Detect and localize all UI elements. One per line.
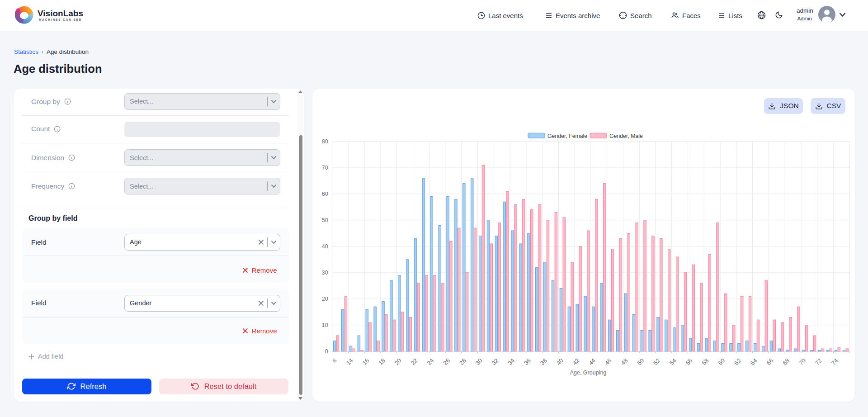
svg-text:24: 24: [426, 357, 435, 366]
svg-text:28: 28: [458, 357, 467, 366]
svg-text:52: 52: [652, 357, 661, 366]
svg-text:18: 18: [377, 357, 387, 366]
svg-text:22: 22: [410, 357, 419, 366]
svg-text:Age, Grouping: Age, Grouping: [570, 370, 607, 376]
svg-text:10: 10: [322, 322, 328, 328]
svg-text:64: 64: [749, 357, 759, 366]
svg-text:50: 50: [322, 217, 328, 223]
svg-text:60: 60: [717, 357, 726, 366]
svg-text:Gender, Male: Gender, Male: [609, 133, 643, 139]
svg-text:60: 60: [322, 191, 328, 197]
svg-text:70: 70: [322, 165, 328, 171]
svg-text:68: 68: [781, 357, 791, 366]
svg-text:36: 36: [523, 357, 532, 366]
svg-text:42: 42: [571, 357, 580, 366]
svg-text:30: 30: [322, 270, 328, 276]
svg-text:80: 80: [322, 138, 328, 145]
svg-text:56: 56: [684, 357, 694, 366]
svg-text:20: 20: [322, 296, 328, 302]
svg-text:6: 6: [331, 357, 338, 364]
svg-text:58: 58: [701, 357, 710, 366]
svg-text:0: 0: [325, 348, 328, 355]
svg-text:20: 20: [393, 357, 403, 366]
svg-text:32: 32: [491, 357, 500, 366]
svg-text:Gender, Female: Gender, Female: [547, 133, 587, 139]
svg-text:46: 46: [604, 357, 613, 366]
svg-text:38: 38: [539, 357, 548, 366]
svg-text:70: 70: [797, 357, 807, 366]
svg-text:48: 48: [620, 357, 629, 366]
svg-text:16: 16: [361, 357, 370, 366]
svg-text:14: 14: [345, 357, 354, 366]
svg-text:50: 50: [636, 357, 645, 366]
svg-text:30: 30: [474, 357, 484, 366]
svg-text:26: 26: [442, 357, 451, 366]
svg-text:54: 54: [668, 357, 678, 366]
svg-text:34: 34: [506, 357, 516, 366]
svg-text:74: 74: [830, 357, 840, 366]
svg-text:62: 62: [733, 357, 742, 366]
svg-text:40: 40: [322, 243, 328, 250]
svg-text:66: 66: [765, 357, 775, 366]
svg-text:72: 72: [814, 357, 823, 366]
svg-text:44: 44: [587, 357, 597, 366]
svg-text:40: 40: [555, 357, 565, 366]
